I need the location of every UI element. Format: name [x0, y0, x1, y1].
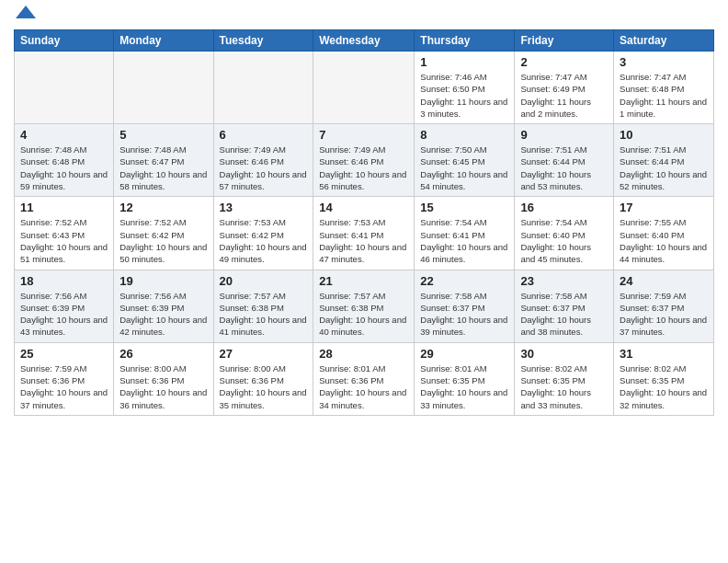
logo-icon [16, 6, 36, 22]
calendar-cell: 6Sunrise: 7:49 AM Sunset: 6:46 PM Daylig… [213, 124, 313, 197]
calendar-week-row: 25Sunrise: 7:59 AM Sunset: 6:36 PM Dayli… [15, 342, 714, 415]
calendar-cell [213, 52, 313, 124]
day-info: Sunrise: 7:59 AM Sunset: 6:36 PM Dayligh… [20, 362, 108, 411]
day-number: 23 [520, 274, 608, 288]
calendar-cell: 28Sunrise: 8:01 AM Sunset: 6:36 PM Dayli… [313, 342, 415, 415]
day-info: Sunrise: 7:52 AM Sunset: 6:43 PM Dayligh… [20, 216, 108, 265]
calendar-cell: 20Sunrise: 7:57 AM Sunset: 6:38 PM Dayli… [213, 270, 313, 342]
weekday-header-friday: Friday [515, 30, 614, 52]
day-info: Sunrise: 7:56 AM Sunset: 6:39 PM Dayligh… [119, 290, 207, 339]
calendar-week-row: 18Sunrise: 7:56 AM Sunset: 6:39 PM Dayli… [15, 270, 714, 342]
day-number: 29 [420, 347, 508, 361]
day-info: Sunrise: 8:00 AM Sunset: 6:36 PM Dayligh… [220, 362, 308, 411]
day-info: Sunrise: 7:59 AM Sunset: 6:37 PM Dayligh… [620, 290, 708, 339]
calendar-cell: 14Sunrise: 7:53 AM Sunset: 6:41 PM Dayli… [313, 197, 415, 270]
day-info: Sunrise: 7:53 AM Sunset: 6:42 PM Dayligh… [220, 216, 308, 265]
calendar-cell: 22Sunrise: 7:58 AM Sunset: 6:37 PM Dayli… [415, 270, 515, 342]
weekday-header-sunday: Sunday [15, 30, 114, 52]
day-info: Sunrise: 7:56 AM Sunset: 6:39 PM Dayligh… [20, 290, 108, 339]
day-info: Sunrise: 7:51 AM Sunset: 6:44 PM Dayligh… [620, 144, 708, 192]
day-number: 14 [319, 201, 408, 214]
calendar-cell: 10Sunrise: 7:51 AM Sunset: 6:44 PM Dayli… [614, 124, 714, 197]
calendar-cell: 3Sunrise: 7:47 AM Sunset: 6:48 PM Daylig… [614, 52, 714, 124]
day-number: 2 [520, 55, 608, 69]
calendar-cell: 30Sunrise: 8:02 AM Sunset: 6:35 PM Dayli… [515, 342, 614, 415]
day-number: 8 [420, 128, 508, 142]
day-number: 20 [220, 274, 308, 288]
calendar-cell: 12Sunrise: 7:52 AM Sunset: 6:42 PM Dayli… [114, 197, 213, 270]
day-info: Sunrise: 7:49 AM Sunset: 6:46 PM Dayligh… [319, 144, 408, 192]
calendar-cell: 25Sunrise: 7:59 AM Sunset: 6:36 PM Dayli… [15, 342, 114, 415]
day-number: 6 [220, 128, 308, 142]
weekday-header-monday: Monday [114, 30, 213, 52]
day-info: Sunrise: 7:49 AM Sunset: 6:46 PM Dayligh… [220, 144, 308, 192]
calendar-cell: 24Sunrise: 7:59 AM Sunset: 6:37 PM Dayli… [614, 270, 714, 342]
calendar-cell: 29Sunrise: 8:01 AM Sunset: 6:35 PM Dayli… [415, 342, 515, 415]
weekday-header-saturday: Saturday [614, 30, 714, 52]
day-info: Sunrise: 7:48 AM Sunset: 6:47 PM Dayligh… [119, 144, 207, 192]
calendar-cell: 21Sunrise: 7:57 AM Sunset: 6:38 PM Dayli… [313, 270, 415, 342]
svg-marker-0 [16, 6, 36, 18]
calendar-week-row: 1Sunrise: 7:46 AM Sunset: 6:50 PM Daylig… [15, 52, 714, 124]
calendar-cell: 19Sunrise: 7:56 AM Sunset: 6:39 PM Dayli… [114, 270, 213, 342]
day-number: 25 [20, 347, 108, 361]
day-info: Sunrise: 7:55 AM Sunset: 6:40 PM Dayligh… [620, 216, 708, 265]
calendar-cell [15, 52, 114, 124]
calendar-cell: 7Sunrise: 7:49 AM Sunset: 6:46 PM Daylig… [313, 124, 415, 197]
day-number: 7 [319, 128, 408, 142]
calendar-cell: 11Sunrise: 7:52 AM Sunset: 6:43 PM Dayli… [15, 197, 114, 270]
day-number: 16 [520, 201, 608, 214]
day-info: Sunrise: 8:01 AM Sunset: 6:36 PM Dayligh… [319, 362, 408, 411]
day-info: Sunrise: 7:58 AM Sunset: 6:37 PM Dayligh… [420, 290, 508, 339]
calendar-cell: 1Sunrise: 7:46 AM Sunset: 6:50 PM Daylig… [415, 52, 515, 124]
day-info: Sunrise: 7:58 AM Sunset: 6:37 PM Dayligh… [520, 290, 608, 339]
header [14, 9, 714, 22]
day-info: Sunrise: 7:47 AM Sunset: 6:49 PM Dayligh… [520, 71, 608, 120]
calendar-cell [114, 52, 213, 124]
calendar-week-row: 11Sunrise: 7:52 AM Sunset: 6:43 PM Dayli… [15, 197, 714, 270]
day-info: Sunrise: 7:57 AM Sunset: 6:38 PM Dayligh… [220, 290, 308, 339]
calendar-cell [313, 52, 415, 124]
logo [14, 9, 36, 22]
day-info: Sunrise: 7:54 AM Sunset: 6:41 PM Dayligh… [420, 216, 508, 265]
day-info: Sunrise: 7:46 AM Sunset: 6:50 PM Dayligh… [420, 71, 508, 120]
day-number: 17 [620, 201, 708, 214]
day-number: 9 [520, 128, 608, 142]
day-number: 24 [620, 274, 708, 288]
day-info: Sunrise: 8:02 AM Sunset: 6:35 PM Dayligh… [620, 362, 708, 411]
calendar-cell: 27Sunrise: 8:00 AM Sunset: 6:36 PM Dayli… [213, 342, 313, 415]
calendar-cell: 17Sunrise: 7:55 AM Sunset: 6:40 PM Dayli… [614, 197, 714, 270]
day-number: 26 [119, 347, 207, 361]
day-number: 28 [319, 347, 408, 361]
day-number: 12 [119, 201, 207, 214]
day-number: 13 [220, 201, 308, 214]
day-number: 19 [119, 274, 207, 288]
day-number: 11 [20, 201, 108, 214]
calendar-cell: 9Sunrise: 7:51 AM Sunset: 6:44 PM Daylig… [515, 124, 614, 197]
day-info: Sunrise: 7:51 AM Sunset: 6:44 PM Dayligh… [520, 144, 608, 192]
day-number: 27 [220, 347, 308, 361]
day-number: 5 [119, 128, 207, 142]
day-number: 15 [420, 201, 508, 214]
calendar-cell: 15Sunrise: 7:54 AM Sunset: 6:41 PM Dayli… [415, 197, 515, 270]
calendar-cell: 16Sunrise: 7:54 AM Sunset: 6:40 PM Dayli… [515, 197, 614, 270]
calendar-cell: 31Sunrise: 8:02 AM Sunset: 6:35 PM Dayli… [614, 342, 714, 415]
calendar-week-row: 4Sunrise: 7:48 AM Sunset: 6:48 PM Daylig… [15, 124, 714, 197]
day-number: 22 [420, 274, 508, 288]
day-number: 30 [520, 347, 608, 361]
day-number: 3 [620, 55, 708, 69]
weekday-header-row: SundayMondayTuesdayWednesdayThursdayFrid… [15, 30, 714, 52]
day-info: Sunrise: 7:50 AM Sunset: 6:45 PM Dayligh… [420, 144, 508, 192]
calendar-cell: 23Sunrise: 7:58 AM Sunset: 6:37 PM Dayli… [515, 270, 614, 342]
weekday-header-wednesday: Wednesday [313, 30, 415, 52]
day-info: Sunrise: 7:53 AM Sunset: 6:41 PM Dayligh… [319, 216, 408, 265]
calendar-cell: 5Sunrise: 7:48 AM Sunset: 6:47 PM Daylig… [114, 124, 213, 197]
weekday-header-tuesday: Tuesday [213, 30, 313, 52]
day-info: Sunrise: 7:52 AM Sunset: 6:42 PM Dayligh… [119, 216, 207, 265]
day-info: Sunrise: 8:00 AM Sunset: 6:36 PM Dayligh… [119, 362, 207, 411]
calendar-cell: 4Sunrise: 7:48 AM Sunset: 6:48 PM Daylig… [15, 124, 114, 197]
day-number: 31 [620, 347, 708, 361]
day-number: 4 [20, 128, 108, 142]
day-info: Sunrise: 8:01 AM Sunset: 6:35 PM Dayligh… [420, 362, 508, 411]
day-info: Sunrise: 7:48 AM Sunset: 6:48 PM Dayligh… [20, 144, 108, 192]
